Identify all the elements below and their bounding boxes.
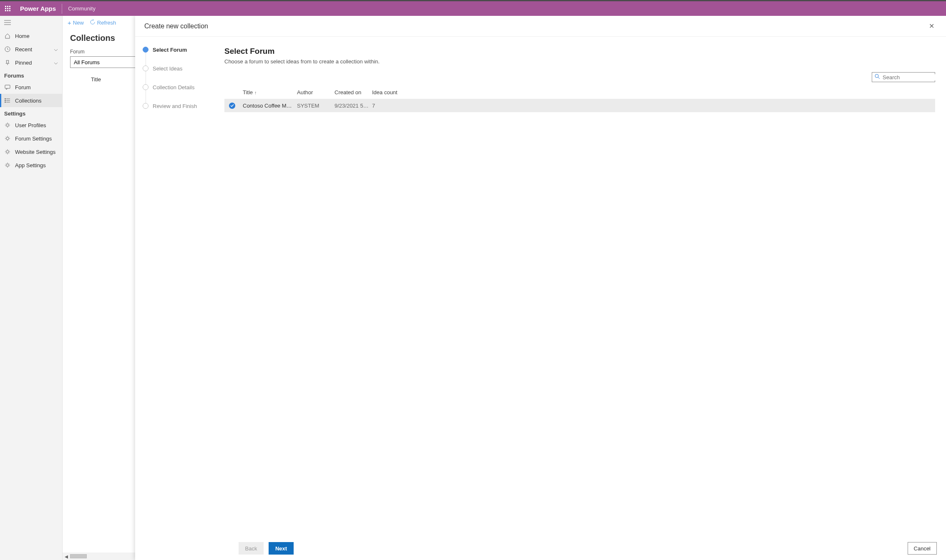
app-divider [62,4,62,14]
nav-sub-label: Collections [15,98,42,104]
step-collection-details[interactable]: Collection Details [143,84,217,103]
svg-point-22 [6,151,9,153]
scroll-left-arrow[interactable]: ◂ [63,552,70,560]
nav-section-forums: Forums [0,69,62,80]
close-icon[interactable]: ✕ [926,20,937,33]
svg-point-20 [6,124,9,126]
cell-author: SYSTEM [297,103,335,109]
nav-item-label: Recent [15,46,32,53]
panel-body: Select Forum Select Ideas Collection Det… [135,37,946,537]
row-select-cell[interactable] [224,103,243,109]
svg-line-25 [878,77,880,79]
nav-sub-forum-settings[interactable]: Forum Settings [0,132,62,145]
nav-item-home[interactable]: Home [0,29,62,43]
search-box[interactable] [872,72,935,82]
wizard-content: Select Forum Choose a forum to select id… [224,37,946,537]
back-button[interactable]: Back [239,542,264,555]
search-icon [875,73,880,81]
next-button[interactable]: Next [269,542,294,555]
column-header-label: Title [243,89,253,95]
refresh-label: Refresh [97,20,116,26]
step-label: Select Ideas [153,65,183,72]
svg-rect-3 [5,8,6,9]
svg-point-24 [875,74,878,78]
nav-item-label: Home [15,33,30,39]
wizard-title: Select Forum [224,47,935,56]
column-header-author[interactable]: Author [297,89,335,95]
step-select-ideas[interactable]: Select Ideas [143,65,217,84]
nav-sub-website-settings[interactable]: Website Settings [0,145,62,158]
plus-icon: + [68,19,71,26]
nav-hamburger[interactable] [0,16,62,29]
svg-point-18 [5,100,6,101]
svg-rect-6 [5,10,6,11]
svg-point-19 [5,102,6,103]
app-bar: Power Apps Community [0,0,946,16]
step-dot [143,103,148,109]
app-title[interactable]: Power Apps [16,5,60,12]
chevron-down-icon [54,60,58,66]
svg-rect-13 [5,85,10,88]
gear-icon [4,135,11,142]
nav-item-pinned[interactable]: Pinned [0,56,62,69]
table-row[interactable]: Contoso Coffee Mach… SYSTEM 9/23/2021 5:… [224,99,935,112]
forum-icon [4,84,11,90]
nav-sub-forum[interactable]: Forum [0,80,62,94]
step-review-finish[interactable]: Review and Finish [143,103,217,109]
step-dot [143,47,148,53]
column-header-title[interactable]: Title↑ [243,89,297,95]
gear-icon [4,148,11,155]
nav-section-settings: Settings [0,107,62,118]
nav-item-label: Pinned [15,60,32,66]
step-label: Select Forum [153,47,187,53]
step-label: Collection Details [153,84,194,90]
left-nav: Home Recent Pinned Forums Forum Collecti… [0,16,63,560]
column-header-ideacount[interactable]: Idea count [372,89,405,95]
waffle-icon[interactable] [0,1,16,17]
gear-icon [4,162,11,168]
new-button[interactable]: + New [68,19,84,26]
nav-sub-label: Forum [15,84,31,90]
step-label: Review and Finish [153,103,197,109]
nav-sub-label: Website Settings [15,149,55,155]
refresh-button[interactable]: Refresh [90,19,116,26]
cancel-button[interactable]: Cancel [908,542,937,555]
list-icon [4,97,11,104]
shell: Home Recent Pinned Forums Forum Collecti… [0,16,946,560]
nav-item-recent[interactable]: Recent [0,43,62,56]
scroll-thumb[interactable] [70,554,87,558]
column-header-created[interactable]: Created on [335,89,372,95]
sort-asc-icon: ↑ [254,90,257,95]
wizard-subtitle: Choose a forum to select ideas from to c… [224,58,935,65]
svg-rect-7 [7,10,8,11]
nav-sub-label: User Profiles [15,122,46,128]
panel-header: Create new collection ✕ [135,16,946,37]
panel-footer: Back Next Cancel [135,537,946,560]
nav-sub-collections[interactable]: Collections [0,94,62,107]
svg-rect-4 [7,8,8,9]
step-dot [143,84,148,90]
new-label: New [73,20,84,26]
forum-table: Title↑ Author Created on Idea count Cont… [224,85,935,112]
search-input[interactable] [883,74,946,80]
svg-point-21 [6,137,9,140]
svg-rect-2 [9,6,10,7]
cell-title: Contoso Coffee Mach… [243,103,297,109]
nav-sub-user-profiles[interactable]: User Profiles [0,118,62,132]
cell-ideacount: 7 [372,103,405,109]
table-header-row: Title↑ Author Created on Idea count [224,85,935,99]
app-subtitle[interactable]: Community [64,5,100,12]
step-dot [143,65,148,71]
chevron-down-icon [54,46,58,53]
nav-sub-label: Forum Settings [15,136,52,142]
step-select-forum[interactable]: Select Forum [143,47,217,65]
pin-icon [4,59,11,66]
panel-title: Create new collection [144,23,208,30]
clock-icon [4,46,11,53]
svg-rect-5 [9,8,10,9]
svg-point-23 [6,164,9,166]
wizard-steps: Select Forum Select Ideas Collection Det… [135,37,224,537]
svg-rect-1 [7,6,8,7]
svg-rect-8 [9,10,10,11]
nav-sub-app-settings[interactable]: App Settings [0,158,62,172]
